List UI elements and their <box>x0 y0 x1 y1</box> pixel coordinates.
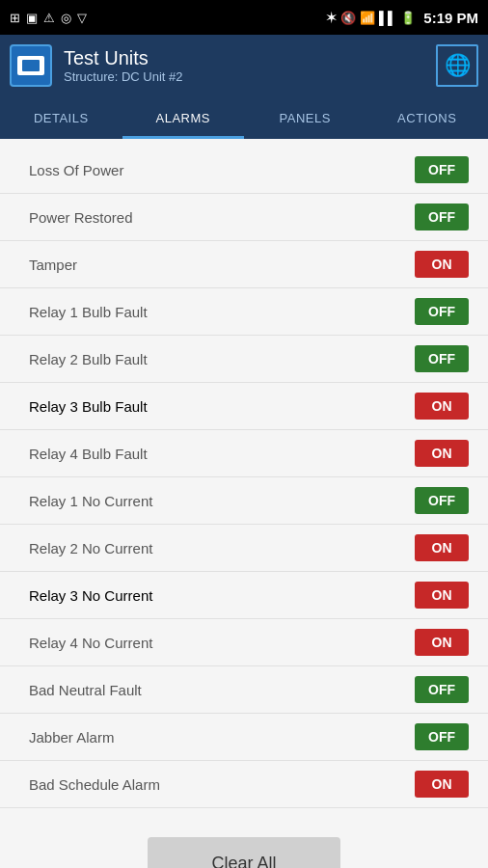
download-icon: ▽ <box>77 11 87 25</box>
alarm-label-relay1-bulb-fault: Relay 1 Bulb Fault <box>29 304 148 320</box>
alarm-label-relay4-bulb-fault: Relay 4 Bulb Fault <box>29 446 148 462</box>
mute-icon: 🔇 <box>340 11 356 25</box>
alarm-row-bad-schedule-alarm: Bad Schedule AlarmON <box>0 761 488 808</box>
alarm-row-relay1-no-current: Relay 1 No CurrentOFF <box>0 477 488 525</box>
clear-all-section: Clear All <box>0 808 488 868</box>
alarm-row-jabber-alarm: Jabber AlarmOFF <box>0 714 488 761</box>
bluetooth-icon: ✶ <box>326 11 337 25</box>
time-display: 5:19 PM <box>423 10 478 26</box>
alarm-status-relay4-no-current: ON <box>415 629 469 656</box>
alarm-row-relay3-bulb-fault: Relay 3 Bulb FaultON <box>0 383 488 430</box>
alarm-row-relay2-no-current: Relay 2 No CurrentON <box>0 525 488 572</box>
tab-actions[interactable]: ACTIONS <box>366 96 489 139</box>
alarm-status-loss-of-power: OFF <box>415 156 469 183</box>
alarms-content: Loss Of PowerOFFPower RestoredOFFTamperO… <box>0 139 488 868</box>
alarm-label-power-restored: Power Restored <box>29 209 133 226</box>
status-bar-right: ✶ 🔇 📶 ▌▌ 🔋 5:19 PM <box>326 10 478 26</box>
alarm-label-bad-neutral-fault: Bad Neutral Fault <box>29 682 142 698</box>
status-bar: ⊞ ▣ ⚠ ◎ ▽ ✶ 🔇 📶 ▌▌ 🔋 5:19 PM <box>0 0 488 35</box>
alarm-status-power-restored: OFF <box>415 203 469 231</box>
tab-alarms[interactable]: ALARMS <box>122 96 245 139</box>
app-header: Test Units Structure: DC Unit #2 🌐 <box>0 35 488 96</box>
alarm-status-relay3-no-current: ON <box>415 582 469 609</box>
alarm-list: Loss Of PowerOFFPower RestoredOFFTamperO… <box>0 147 488 808</box>
alarm-row-bad-neutral-fault: Bad Neutral FaultOFF <box>0 666 488 714</box>
alarm-label-relay1-no-current: Relay 1 No Current <box>29 493 152 509</box>
globe-button[interactable]: 🌐 <box>436 44 478 87</box>
alarm-status-relay4-bulb-fault: ON <box>415 440 469 467</box>
alarm-status-relay1-no-current: OFF <box>415 487 469 514</box>
alarm-label-relay2-bulb-fault: Relay 2 Bulb Fault <box>29 351 148 367</box>
tab-details[interactable]: DETAILS <box>0 96 122 139</box>
clear-all-button[interactable]: Clear All <box>148 837 340 868</box>
alert-icon: ⚠ <box>43 11 55 25</box>
status-bar-icons: ⊞ ▣ ⚠ ◎ ▽ <box>10 11 87 25</box>
header-text: Test Units Structure: DC Unit #2 <box>64 47 424 84</box>
alarm-label-bad-schedule-alarm: Bad Schedule Alarm <box>29 776 160 793</box>
alarm-row-relay3-no-current: Relay 3 No CurrentON <box>0 572 488 619</box>
app-title: Test Units <box>64 47 424 69</box>
app-subtitle: Structure: DC Unit #2 <box>64 69 424 84</box>
alarm-label-jabber-alarm: Jabber Alarm <box>29 729 114 746</box>
sim-icon: ⊞ <box>10 11 20 25</box>
alarm-status-tamper: ON <box>415 251 469 278</box>
alarm-label-relay3-no-current: Relay 3 No Current <box>29 587 152 604</box>
alarm-row-relay4-no-current: Relay 4 No CurrentON <box>0 619 488 666</box>
alarm-status-relay1-bulb-fault: OFF <box>415 298 469 325</box>
alarm-status-relay2-bulb-fault: OFF <box>415 345 469 372</box>
alarm-row-power-restored: Power RestoredOFF <box>0 194 488 241</box>
image-icon: ▣ <box>26 11 38 25</box>
alarm-row-relay1-bulb-fault: Relay 1 Bulb FaultOFF <box>0 288 488 336</box>
alarm-label-tamper: Tamper <box>29 257 77 273</box>
alarm-status-bad-schedule-alarm: ON <box>415 771 469 798</box>
alarm-row-relay2-bulb-fault: Relay 2 Bulb FaultOFF <box>0 336 488 383</box>
alarm-status-bad-neutral-fault: OFF <box>415 676 469 703</box>
alarm-row-relay4-bulb-fault: Relay 4 Bulb FaultON <box>0 430 488 477</box>
app-icon <box>10 44 52 87</box>
alarm-label-relay4-no-current: Relay 4 No Current <box>29 635 152 651</box>
battery-icon: 🔋 <box>400 11 416 25</box>
alarm-row-loss-of-power: Loss Of PowerOFF <box>0 147 488 194</box>
alarm-label-relay3-bulb-fault: Relay 3 Bulb Fault <box>29 398 148 415</box>
alarm-label-relay2-no-current: Relay 2 No Current <box>29 540 152 556</box>
chat-icon: ◎ <box>61 11 71 25</box>
wifi-icon: 📶 <box>360 11 375 25</box>
signal-icon: ▌▌ <box>379 11 396 25</box>
alarm-label-loss-of-power: Loss Of Power <box>29 162 123 178</box>
tab-panels[interactable]: PANELS <box>244 96 366 139</box>
alarm-status-jabber-alarm: OFF <box>415 723 469 750</box>
alarm-status-relay2-no-current: ON <box>415 534 469 561</box>
alarm-status-relay3-bulb-fault: ON <box>415 393 469 420</box>
tab-bar: DETAILS ALARMS PANELS ACTIONS <box>0 96 488 139</box>
alarm-row-tamper: TamperON <box>0 241 488 288</box>
